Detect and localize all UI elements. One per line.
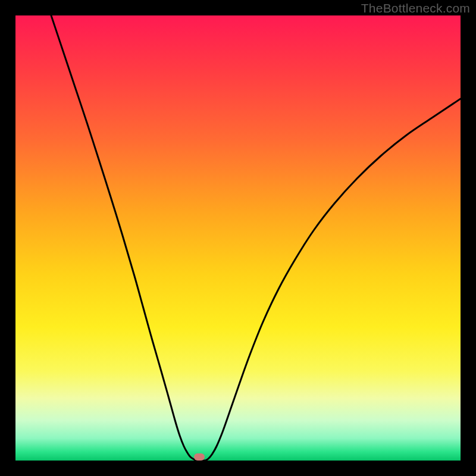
- chart-frame: TheBottleneck.com: [0, 0, 476, 476]
- optimal-marker: [194, 453, 205, 461]
- bottleneck-curve: [15, 15, 461, 461]
- curve-path: [51, 15, 461, 461]
- plot-area: [15, 15, 461, 461]
- watermark-text: TheBottleneck.com: [361, 1, 470, 15]
